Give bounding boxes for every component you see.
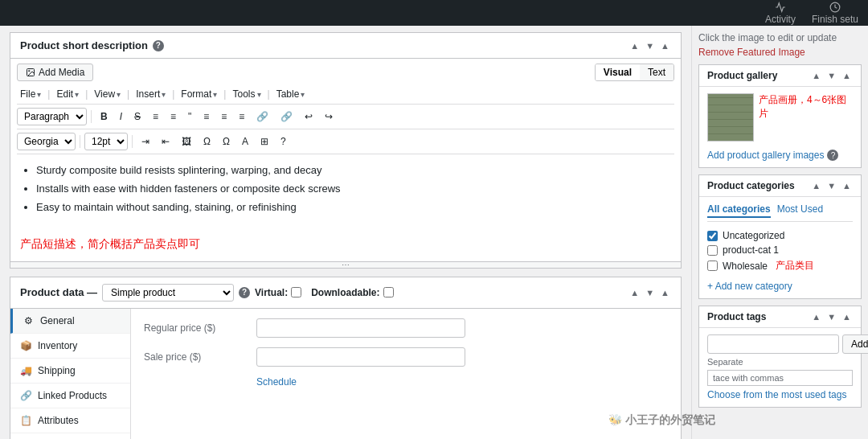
cat-item-uncategorized: Uncategorized (707, 228, 853, 243)
align-center-button[interactable]: ≡ (216, 109, 231, 125)
featured-image-info: Click the image to edit or update Remove… (698, 29, 862, 64)
downloadable-checkbox-label[interactable]: Downloadable: (311, 287, 393, 298)
product-tags-title: Product tags (707, 311, 766, 322)
menu-table[interactable]: Table ▾ (273, 87, 309, 101)
tab-attributes[interactable]: 📋 Attributes (10, 408, 130, 433)
cat-item-product-cat-1: product-cat 1 (707, 243, 853, 257)
add-category-link[interactable]: + Add new category (707, 281, 792, 292)
tab-inventory[interactable]: 📦 Inventory (10, 334, 130, 359)
outdent-btn[interactable]: ⇤ (157, 133, 174, 150)
virtual-checkbox[interactable] (291, 287, 301, 297)
categories-collapse-up[interactable]: ▲ (810, 181, 822, 191)
schedule-link[interactable]: Schedule (256, 376, 668, 388)
redo-button[interactable]: ↪ (320, 109, 338, 125)
menu-view[interactable]: View ▾ (91, 87, 124, 101)
tab-general[interactable]: ⚙ General (10, 309, 130, 334)
link-button[interactable]: 🔗 (252, 109, 273, 125)
sale-price-input[interactable] (256, 347, 465, 367)
gallery-collapse-up[interactable]: ▲ (810, 71, 822, 80)
size-select[interactable]: 12pt (84, 133, 128, 150)
gallery-help-icon[interactable]: ? (827, 150, 838, 161)
help-btn[interactable]: ? (276, 133, 291, 150)
short-description-help-icon[interactable]: ? (153, 40, 164, 51)
activity-button[interactable]: Activity (765, 2, 796, 25)
general-icon: ⚙ (23, 315, 34, 326)
short-description-collapse-up[interactable]: ▲ (628, 41, 641, 51)
categories-toggle[interactable]: ▲ (841, 181, 853, 191)
product-data-toggle[interactable]: ▲ (659, 288, 671, 297)
unlink-button[interactable]: 🔗 (276, 109, 297, 125)
editor-resize-handle[interactable]: ⋯ (10, 261, 681, 268)
color-btn[interactable]: A (237, 133, 253, 150)
gallery-collapse-down[interactable]: ▼ (825, 71, 837, 80)
downloadable-checkbox[interactable] (383, 287, 394, 297)
cat-checkbox-wholesale[interactable] (707, 261, 718, 271)
tags-add-button[interactable]: Add (842, 334, 868, 354)
product-data-collapse-up[interactable]: ▲ (628, 288, 641, 297)
tags-collapse-down[interactable]: ▼ (825, 312, 837, 322)
virtual-checkbox-label[interactable]: Virtual: (255, 287, 301, 298)
symbol-btn[interactable]: Ω (199, 133, 215, 150)
strikethrough-button[interactable]: S (129, 109, 145, 125)
product-data-content: Regular price ($) Sale price ($) Schedul… (131, 309, 681, 439)
add-media-button[interactable]: Add Media (17, 64, 93, 81)
font-select[interactable]: Georgia (17, 133, 76, 150)
short-description-header: Product short description ? ▲ ▼ ▲ (10, 33, 681, 59)
product-data-collapse-down[interactable]: ▼ (644, 288, 656, 297)
tags-toggle[interactable]: ▲ (841, 312, 853, 322)
cat-label-wholesale: Wholesale (723, 261, 768, 272)
tab-linked-products[interactable]: 🔗 Linked Products (10, 384, 130, 408)
char-btn[interactable]: Ω (218, 133, 235, 150)
most-used-tab[interactable]: Most Used (777, 203, 823, 218)
indent-btn[interactable]: ⇥ (137, 133, 154, 150)
add-gallery-link[interactable]: Add product gallery images ? (707, 150, 853, 161)
ol-button[interactable]: ≡ (166, 109, 181, 125)
editor-content[interactable]: Sturdy composite build resists splinteri… (10, 154, 681, 261)
tags-input[interactable] (707, 334, 839, 354)
regular-price-input[interactable] (256, 318, 465, 338)
tags-input-row: Add (707, 334, 853, 354)
visual-tab[interactable]: Visual (596, 64, 640, 80)
remove-featured-link[interactable]: Remove Featured Image (698, 47, 805, 58)
short-description-toggle[interactable]: ▲ (659, 41, 671, 51)
categories-collapse-down[interactable]: ▼ (825, 181, 837, 191)
image-btn[interactable]: 🖼 (177, 133, 196, 150)
cat-checkbox-uncategorized[interactable] (707, 231, 718, 241)
menu-insert[interactable]: Insert ▾ (133, 87, 169, 101)
visual-text-tabs: Visual Text (595, 64, 674, 81)
italic-button[interactable]: I (115, 109, 127, 125)
product-type-help-icon[interactable]: ? (239, 287, 250, 298)
short-description-title: Product short description (20, 39, 148, 51)
menu-tools[interactable]: Tools ▾ (229, 87, 264, 101)
undo-button[interactable]: ↩ (300, 109, 317, 125)
short-description-collapse-down[interactable]: ▼ (644, 41, 656, 51)
cat-label-product-cat-1: product-cat 1 (723, 244, 779, 256)
menu-format[interactable]: Format ▾ (178, 87, 220, 101)
product-data-header: Product data — Simple product Variable p… (10, 277, 681, 309)
menu-file[interactable]: File ▾ (17, 87, 44, 101)
cat-checkbox-product-cat-1[interactable] (707, 245, 718, 256)
product-data-box: Product data — Simple product Variable p… (10, 277, 682, 439)
paragraph-select[interactable]: Paragraph (17, 108, 87, 125)
gallery-toggle[interactable]: ▲ (841, 71, 853, 80)
blockquote-button[interactable]: " (183, 109, 196, 125)
align-left-button[interactable]: ≡ (199, 109, 214, 125)
shipping-icon: 🚚 (20, 365, 31, 376)
menu-edit[interactable]: Edit ▾ (53, 87, 82, 101)
table-btn[interactable]: ⊞ (256, 133, 273, 150)
finish-setup-button[interactable]: Finish setu (812, 2, 858, 25)
text-tab[interactable]: Text (640, 64, 674, 80)
product-type-select[interactable]: Simple product Variable product Grouped … (102, 284, 234, 302)
gallery-image-1[interactable] (707, 93, 754, 142)
ul-button[interactable]: ≡ (148, 109, 163, 125)
product-data-label: Product data — (20, 286, 97, 298)
tab-shipping[interactable]: 🚚 Shipping (10, 359, 130, 384)
bold-button[interactable]: B (96, 109, 113, 125)
all-categories-tab[interactable]: All categories (707, 203, 771, 218)
tab-advanced[interactable]: ⚙ Advanced (10, 433, 130, 439)
tags-choose-link[interactable]: Choose from the most used tags (707, 389, 846, 400)
align-right-button[interactable]: ≡ (234, 109, 249, 125)
sale-price-label: Sale price ($) (144, 351, 256, 363)
tags-collapse-up[interactable]: ▲ (810, 312, 822, 322)
editor-format-bar2: Georgia 12pt ⇥ ⇤ 🖼 Ω Ω A ⊞ ? (17, 129, 674, 154)
